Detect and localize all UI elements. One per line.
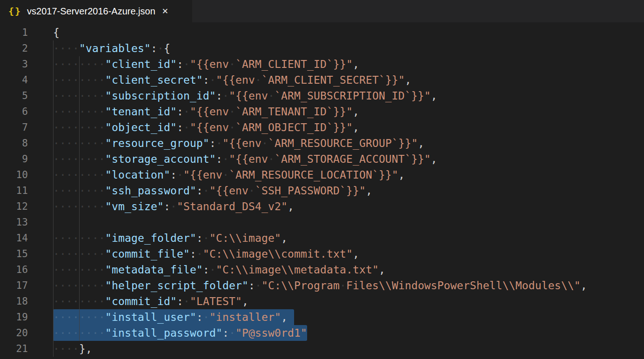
code-line[interactable]: 12········"vm_size":·"Standard_DS4_v2", bbox=[0, 199, 644, 214]
editor[interactable]: 1{2····"variables":·{3········"client_id… bbox=[0, 22, 644, 357]
json-punctuation: , bbox=[353, 58, 359, 70]
whitespace-dots: ········ bbox=[53, 153, 105, 165]
line-number[interactable]: 18 bbox=[0, 293, 28, 309]
code-line[interactable]: 20········"install_password":·"P@ssw0rd1… bbox=[0, 325, 644, 341]
code-line[interactable]: 17········"helper_script_folder":·"C:\\P… bbox=[0, 278, 644, 293]
whitespace-dots: · bbox=[183, 295, 190, 307]
code-line[interactable]: 4········"client_secret":·"{{env·`ARM_CL… bbox=[0, 72, 644, 88]
whitespace-dots: · bbox=[229, 121, 235, 133]
line-number[interactable]: 21 bbox=[0, 341, 28, 357]
whitespace-dots: · bbox=[183, 106, 190, 118]
code-line[interactable]: 1{ bbox=[0, 25, 644, 40]
line-number[interactable]: 12 bbox=[0, 199, 28, 214]
json-key: "object_id" bbox=[105, 121, 177, 133]
json-string-value: "C:\\image" bbox=[209, 232, 281, 244]
json-key: "metadata_file" bbox=[105, 264, 203, 276]
line-number[interactable]: 10 bbox=[0, 167, 28, 183]
whitespace-dots: · bbox=[255, 279, 262, 292]
json-string-value: "Standard_DS4_v2" bbox=[177, 200, 288, 213]
json-key: "tenant_id" bbox=[105, 106, 177, 118]
whitespace-dots: · bbox=[203, 311, 209, 323]
line-number[interactable]: 9 bbox=[0, 151, 28, 167]
json-key: "client_id" bbox=[105, 58, 177, 70]
whitespace-dots: ········ bbox=[53, 232, 105, 244]
whitespace-dots: ········ bbox=[53, 74, 105, 86]
json-string-value: `ARM_SUBSCRIPTION_ID`}}" bbox=[275, 90, 431, 102]
json-punctuation: , bbox=[366, 185, 372, 197]
line-number[interactable]: 15 bbox=[0, 246, 28, 262]
line-number[interactable]: 6 bbox=[0, 104, 28, 120]
json-key: "subscription_id" bbox=[105, 90, 216, 102]
line-number[interactable]: 2 bbox=[0, 40, 28, 56]
json-punctuation: , bbox=[281, 311, 288, 323]
line-number[interactable]: 19 bbox=[0, 309, 28, 325]
tab-bar: {} vs2017-Server2016-Azure.json ✕ bbox=[0, 0, 644, 22]
whitespace-dots: · bbox=[177, 169, 183, 181]
code-line[interactable]: 18········"commit_id":·"LATEST", bbox=[0, 293, 644, 309]
json-punctuation: }, bbox=[79, 343, 92, 355]
whitespace-dots: · bbox=[183, 121, 190, 133]
line-number[interactable]: 7 bbox=[0, 120, 28, 135]
line-number[interactable]: 1 bbox=[0, 25, 28, 40]
json-punctuation: , bbox=[379, 264, 385, 276]
whitespace-dots: ········ bbox=[53, 121, 105, 133]
json-key: "location" bbox=[105, 169, 170, 181]
code-line[interactable]: 11········"ssh_password":·"{{env·`SSH_PA… bbox=[0, 183, 644, 199]
whitespace-dots: ········ bbox=[53, 200, 105, 213]
code-line[interactable]: 2····"variables":·{ bbox=[0, 40, 644, 56]
code-line[interactable]: 3········"client_id":·"{{env·`ARM_CLIENT… bbox=[0, 56, 644, 72]
whitespace-dots: ········ bbox=[53, 295, 105, 307]
code-line[interactable]: 21····}, bbox=[0, 341, 644, 357]
line-number[interactable]: 3 bbox=[0, 56, 28, 72]
json-key: "client_secret" bbox=[105, 74, 203, 86]
whitespace-dots: ···· bbox=[53, 42, 79, 54]
json-punctuation: : bbox=[222, 327, 229, 339]
json-string-value: "{{env bbox=[229, 90, 268, 102]
line-number[interactable]: 5 bbox=[0, 88, 28, 104]
whitespace-dots: ········ bbox=[53, 327, 105, 339]
selection-highlight: ········"install_user":·"installer", bbox=[53, 309, 294, 325]
json-punctuation: : bbox=[151, 42, 157, 54]
code-line[interactable]: 19········"install_user":·"installer", bbox=[0, 309, 644, 325]
editor-lines: 1{2····"variables":·{3········"client_id… bbox=[0, 25, 644, 357]
json-string-value: `ARM_CLIENT_ID`}}" bbox=[235, 58, 353, 70]
tab-vs2017-server2016-azure-json[interactable]: {} vs2017-Server2016-Azure.json ✕ bbox=[0, 0, 192, 22]
json-string-value: "P@ssw0rd1" bbox=[235, 327, 307, 339]
json-punctuation: , bbox=[242, 295, 248, 307]
line-number[interactable]: 17 bbox=[0, 278, 28, 293]
whitespace-dots: · bbox=[157, 42, 164, 54]
line-number[interactable]: 11 bbox=[0, 183, 28, 199]
whitespace-dots: ········ bbox=[53, 248, 105, 260]
line-number[interactable]: 20 bbox=[0, 325, 28, 341]
json-punctuation: , bbox=[288, 200, 294, 213]
code-line[interactable]: 14········"image_folder":·"C:\\image", bbox=[0, 230, 644, 246]
json-string-value: `SSH_PASSWORD`}}" bbox=[255, 185, 366, 197]
code-line[interactable]: 13 bbox=[0, 214, 644, 230]
json-key: "ssh_password" bbox=[105, 185, 196, 197]
json-punctuation: : bbox=[177, 106, 183, 118]
json-string-value: Files\\WindowsPowerShell\\Modules\\" bbox=[346, 279, 581, 292]
line-number[interactable]: 14 bbox=[0, 230, 28, 246]
code-line[interactable]: 5········"subscription_id":·"{{env·`ARM_… bbox=[0, 88, 644, 104]
code-line[interactable]: 8········"resource_group":·"{{env·`ARM_R… bbox=[0, 135, 644, 151]
json-key: "resource_group" bbox=[105, 137, 209, 149]
code-line[interactable]: 7········"object_id":·"{{env·`ARM_OBJECT… bbox=[0, 120, 644, 135]
code-line[interactable]: 6········"tenant_id":·"{{env·`ARM_TENANT… bbox=[0, 104, 644, 120]
json-string-value: "{{env bbox=[216, 74, 255, 86]
json-punctuation: , bbox=[431, 90, 437, 102]
close-tab-icon[interactable]: ✕ bbox=[162, 7, 168, 16]
code-line[interactable]: 9········"storage_account":·"{{env·`ARM_… bbox=[0, 151, 644, 167]
whitespace-dots: · bbox=[255, 74, 262, 86]
line-number[interactable]: 16 bbox=[0, 262, 28, 278]
whitespace-dots: · bbox=[216, 137, 222, 149]
whitespace-dots: · bbox=[268, 153, 275, 165]
code-line[interactable]: 15········"commit_file":·"C:\\image\\com… bbox=[0, 246, 644, 262]
line-number[interactable]: 8 bbox=[0, 135, 28, 151]
json-key: "install_user" bbox=[105, 311, 196, 323]
code-line[interactable]: 16········"metadata_file":·"C:\\image\\m… bbox=[0, 262, 644, 278]
json-string-value: "C:\\Program bbox=[262, 279, 340, 292]
code-line[interactable]: 10········"location":·"{{env·`ARM_RESOUR… bbox=[0, 167, 644, 183]
line-number[interactable]: 4 bbox=[0, 72, 28, 88]
selected-newline bbox=[288, 320, 294, 321]
line-number[interactable]: 13 bbox=[0, 214, 28, 230]
